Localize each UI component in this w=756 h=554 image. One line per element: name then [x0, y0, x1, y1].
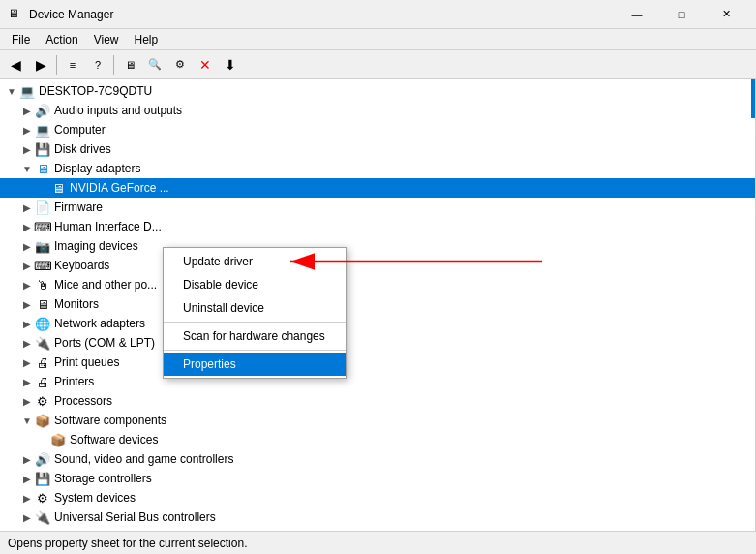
tree-item-computer[interactable]: ▶ 💻 Computer [0, 120, 755, 139]
processors-label: Processors [54, 394, 112, 408]
printers-icon: 🖨 [35, 374, 50, 389]
ctx-sep-1 [164, 322, 346, 323]
toolbar-sep-1 [56, 55, 57, 75]
printqueues-icon: 🖨 [35, 354, 50, 370]
processors-icon: ⚙ [35, 393, 50, 409]
toolbar-gear-btn[interactable]: ⚙ [168, 53, 192, 77]
tree-item-firmware[interactable]: ▶ 📄 Firmware [0, 198, 755, 217]
system-icon: ⚙ [35, 490, 50, 506]
expand-monitors-icon: ▶ [19, 296, 35, 312]
tree-item-ports[interactable]: ▶ 🔌 Ports (COM & LPT) [0, 333, 755, 353]
display-icon: 🖥 [35, 161, 50, 176]
imaging-label: Imaging devices [54, 239, 138, 253]
ctx-scan[interactable]: Scan for hardware changes [164, 324, 346, 348]
tree-item-network[interactable]: ▶ 🌐 Network adapters [0, 314, 755, 333]
disk-label: Disk drives [54, 142, 111, 156]
toolbar: ◀ ▶ ≡ ? 🖥 🔍 ⚙ ✕ ⬇ [0, 50, 756, 79]
expand-storage-icon: ▶ [19, 471, 35, 486]
status-text: Opens property sheet for the current sel… [8, 537, 247, 550]
disk-icon: 💾 [35, 141, 50, 157]
toolbar-scan-btn[interactable]: 🔍 [143, 53, 166, 77]
hid-icon: ⌨ [35, 219, 50, 234]
ports-label: Ports (COM & LPT) [54, 336, 155, 350]
tree-item-audio[interactable]: ▶ 🔊 Audio inputs and outputs [0, 101, 755, 120]
firmware-icon: 📄 [35, 200, 50, 215]
expand-display-icon: ▼ [19, 161, 35, 176]
computer-icon: 💻 [19, 83, 35, 99]
toolbar-update-btn[interactable]: ⬇ [219, 53, 242, 77]
device-tree[interactable]: ▼ 💻 DESKTOP-7C9QDTU ▶ 🔊 Audio inputs and… [0, 79, 756, 531]
mice-icon: 🖱 [35, 277, 50, 292]
audio-label: Audio inputs and outputs [54, 104, 182, 117]
tree-item-printqueues[interactable]: ▶ 🖨 Print queues [0, 353, 755, 372]
expand-usb-icon: ▶ [19, 509, 35, 525]
ctx-properties[interactable]: Properties [164, 353, 346, 376]
ports-icon: 🔌 [35, 335, 50, 351]
forward-button[interactable]: ▶ [29, 53, 52, 77]
mice-label: Mice and other po... [54, 278, 157, 292]
menu-help[interactable]: Help [127, 31, 166, 48]
expand-printers-icon: ▶ [19, 374, 35, 389]
expand-firmware-icon: ▶ [19, 200, 35, 215]
printqueues-label: Print queues [54, 355, 119, 369]
tree-item-printers[interactable]: ▶ 🖨 Printers [0, 372, 755, 391]
ctx-disable[interactable]: Disable device [164, 273, 346, 296]
maximize-button[interactable]: □ [659, 0, 704, 29]
menu-view[interactable]: View [86, 31, 127, 48]
toolbar-monitor-btn[interactable]: 🖥 [118, 53, 141, 77]
tree-item-processors[interactable]: ▶ ⚙ Processors [0, 391, 755, 411]
tree-item-monitors[interactable]: ▶ 🖥 Monitors [0, 294, 755, 314]
tree-item-sound[interactable]: ▶ 🔊 Sound, video and game controllers [0, 449, 755, 469]
sound-icon: 🔊 [35, 451, 50, 467]
expand-disk-icon: ▶ [19, 141, 35, 157]
keyboards-label: Keyboards [54, 259, 109, 272]
right-indicator [751, 79, 755, 118]
tree-item-softwarecomp[interactable]: ▼ 📦 Software components [0, 411, 755, 430]
expand-softwaredev-icon [35, 432, 50, 447]
tree-item-softwaredev[interactable]: 📦 Software devices [0, 430, 755, 449]
expand-audio-icon: ▶ [19, 103, 35, 118]
network-icon: 🌐 [35, 316, 50, 331]
root-label: DESKTOP-7C9QDTU [39, 84, 152, 98]
expand-icon: ▼ [4, 83, 19, 99]
title-bar-text: Device Manager [29, 8, 615, 21]
expand-computer-icon: ▶ [19, 122, 35, 138]
expand-processors-icon: ▶ [19, 393, 35, 409]
monitors-label: Monitors [54, 297, 99, 311]
tree-item-system[interactable]: ▶ ⚙ System devices [0, 488, 755, 508]
computer-label: Computer [54, 123, 106, 137]
menu-file[interactable]: File [4, 31, 38, 48]
tree-item-nvidia[interactable]: 🖥 NVIDIA GeForce ... [0, 178, 755, 198]
expand-softwarecomp-icon: ▼ [19, 413, 35, 428]
toolbar-help-btn[interactable]: ? [86, 53, 109, 77]
softwaredev-icon: 📦 [50, 432, 66, 447]
tree-item-hid[interactable]: ▶ ⌨ Human Interface D... [0, 217, 755, 236]
toolbar-sep-2 [113, 55, 114, 75]
close-button[interactable]: ✕ [704, 0, 748, 29]
nvidia-icon: 🖥 [50, 180, 66, 196]
ctx-uninstall[interactable]: Uninstall device [164, 296, 346, 320]
tree-item-usb[interactable]: ▶ 🔌 Universal Serial Bus controllers [0, 508, 755, 527]
storage-icon: 💾 [35, 471, 50, 486]
softwarecomp-icon: 📦 [35, 413, 50, 428]
tree-item-storage[interactable]: ▶ 💾 Storage controllers [0, 469, 755, 488]
expand-nvidia-icon [35, 180, 50, 196]
ctx-sep-2 [164, 350, 346, 351]
computer-dev-icon: 💻 [35, 122, 50, 138]
title-bar: 🖥 Device Manager — □ ✕ [0, 0, 756, 29]
minimize-button[interactable]: — [615, 0, 659, 29]
usb-icon: 🔌 [35, 509, 50, 525]
toolbar-list-btn[interactable]: ≡ [61, 53, 84, 77]
red-arrow [281, 252, 552, 271]
expand-system-icon: ▶ [19, 490, 35, 506]
tree-item-mice[interactable]: ▶ 🖱 Mice and other po... [0, 275, 755, 294]
menu-action[interactable]: Action [38, 31, 85, 48]
tree-item-disk[interactable]: ▶ 💾 Disk drives [0, 139, 755, 159]
toolbar-remove-btn[interactable]: ✕ [194, 53, 217, 77]
tree-item-display[interactable]: ▼ 🖥 Display adapters [0, 159, 755, 178]
display-label: Display adapters [54, 162, 140, 175]
tree-root[interactable]: ▼ 💻 DESKTOP-7C9QDTU [0, 81, 755, 101]
storage-label: Storage controllers [54, 472, 152, 485]
back-button[interactable]: ◀ [4, 53, 27, 77]
softwaredev-label: Software devices [70, 433, 158, 446]
